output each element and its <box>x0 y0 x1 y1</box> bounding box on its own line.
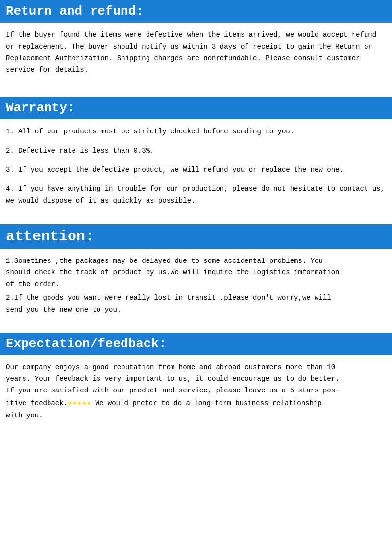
return-text: If the buyer found the items were defect… <box>6 29 386 76</box>
attention-item-1: 1.Sometimes ,the packages may be delayed… <box>6 256 386 290</box>
return-content: If the buyer found the items were defect… <box>0 23 392 90</box>
expectation-section: Expectation/feedback: Our company enjoys… <box>0 333 392 432</box>
expectation-line5: We would prefer to do a long-term busine… <box>91 399 321 407</box>
expectation-line3: If you are satisfied with our product an… <box>6 387 340 394</box>
expectation-line6: with you. <box>6 412 43 419</box>
return-section: Return and refund: If the buyer found th… <box>0 0 392 90</box>
warranty-item-4: 4. If you have anything in trouble for o… <box>6 183 386 206</box>
attention-item-1-line3: of the order. <box>6 280 59 288</box>
warranty-content: 1. All of our products must be strictly … <box>0 119 392 224</box>
expectation-line2: years. Your feedback is very important t… <box>6 375 340 383</box>
warranty-item-1: 1. All of our products must be strictly … <box>6 126 386 137</box>
expectation-line1: Our company enjoys a good reputation fro… <box>6 364 335 371</box>
attention-item-2-line1: 2.If the goods you want were really lost… <box>6 294 331 302</box>
attention-header: attention: <box>0 224 392 249</box>
expectation-line4: itive feedback. <box>6 399 68 407</box>
attention-item-2-line2: send you the new one to you. <box>6 306 121 313</box>
attention-item-1-line2: should check the track of product by us.… <box>6 268 340 276</box>
warranty-header: Warranty: <box>0 97 392 119</box>
expectation-content: Our company enjoys a good reputation fro… <box>0 355 392 432</box>
attention-item-2: 2.If the goods you want were really lost… <box>6 292 386 316</box>
expectation-header: Expectation/feedback: <box>0 333 392 355</box>
attention-content: 1.Sometimes ,the packages may be delayed… <box>0 249 392 326</box>
warranty-section: Warranty: 1. All of our products must be… <box>0 97 392 224</box>
warranty-item-2: 2. Defective rate is less than 0.3%. <box>6 145 386 156</box>
return-header: Return and refund: <box>0 0 392 23</box>
warranty-item-3: 3. If you accept the defective product, … <box>6 164 386 176</box>
stars-icon: ★★★★★ <box>68 399 91 408</box>
attention-section: attention: 1.Sometimes ,the packages may… <box>0 224 392 326</box>
attention-item-1-line1: 1.Sometimes ,the packages may be delayed… <box>6 257 323 265</box>
